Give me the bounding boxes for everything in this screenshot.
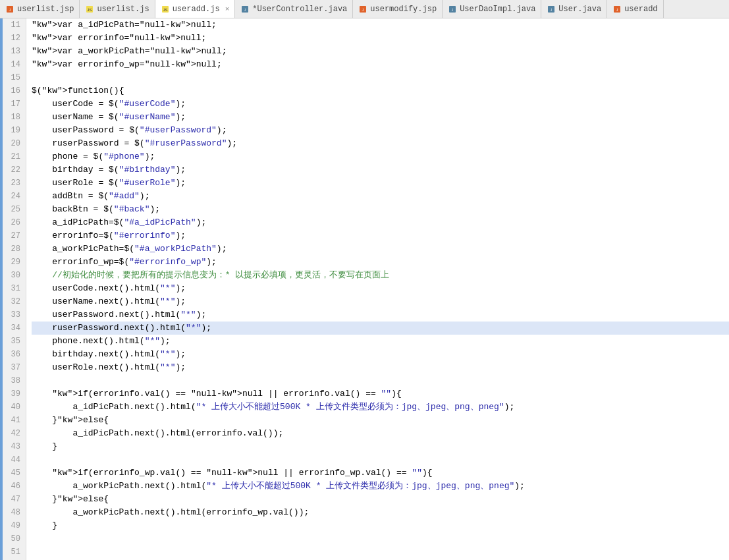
code-line-34: ruserPassword.next().html("*"); bbox=[32, 322, 729, 335]
code-line-51 bbox=[32, 546, 729, 559]
tab-usercontroller-java[interactable]: J*UserController.java bbox=[235, 0, 353, 18]
tab-label-useradd-js: useradd.js bbox=[173, 5, 220, 14]
tab-label-usermodify-jsp: usermodify.jsp bbox=[370, 5, 437, 14]
tab-label-userlist-jsp: userlist.jsp bbox=[17, 5, 74, 14]
code-line-20: ruserPassword = $("#ruserPassword"); bbox=[32, 137, 729, 150]
code-line-37: userRole.next().html("*"); bbox=[32, 361, 729, 374]
code-line-15 bbox=[32, 71, 729, 84]
line-num-16: 16 bbox=[8, 84, 20, 98]
svg-text:J: J bbox=[9, 8, 11, 12]
code-line-23: userRole = $("#userRole"); bbox=[32, 177, 729, 190]
jsp-icon: J bbox=[612, 5, 622, 14]
line-num-18: 18 bbox=[8, 111, 20, 124]
code-line-11: "kw">var a_idPicPath="null-kw">null; bbox=[32, 18, 729, 32]
tab-label-user-java: User.java bbox=[558, 5, 601, 14]
code-line-35: phone.next().html("*"); bbox=[32, 335, 729, 348]
line-num-36: 36 bbox=[8, 348, 20, 361]
line-num-17: 17 bbox=[8, 98, 20, 111]
code-line-26: a_idPicPath=$("#a_idPicPath"); bbox=[32, 216, 729, 229]
line-num-11: 11 bbox=[8, 18, 20, 32]
code-area: 1112131415161718192021222324252627282930… bbox=[0, 18, 729, 560]
line-num-14: 14 bbox=[8, 58, 20, 71]
svg-text:J: J bbox=[362, 8, 364, 12]
code-line-48: a_workPicPath.next().html(errorinfo_wp.v… bbox=[32, 506, 729, 519]
line-num-46: 46 bbox=[8, 480, 20, 493]
code-line-29: errorinfo_wp=$("#errorinfo_wp"); bbox=[32, 256, 729, 269]
svg-text:JS: JS bbox=[163, 8, 167, 12]
line-num-37: 37 bbox=[8, 361, 20, 374]
line-num-39: 39 bbox=[8, 387, 20, 401]
code-line-18: userName = $("#userName"); bbox=[32, 111, 729, 124]
tab-user-java[interactable]: JUser.java bbox=[541, 0, 607, 18]
code-line-31: userCode.next().html("*"); bbox=[32, 282, 729, 295]
line-num-34: 34 bbox=[8, 322, 20, 335]
code-line-43: } bbox=[32, 440, 729, 453]
code-line-32: userName.next().html("*"); bbox=[32, 295, 729, 308]
jsp-icon: J bbox=[358, 5, 367, 14]
tab-userlist-js[interactable]: JSuserlist.js bbox=[80, 0, 155, 18]
js-icon: JS bbox=[85, 5, 94, 14]
code-line-41: }"kw">else{ bbox=[32, 414, 729, 427]
code-line-22: birthday = $("#birthday"); bbox=[32, 163, 729, 177]
code-line-46: a_workPicPath.next().html("* 上传大小不能超过500… bbox=[32, 480, 729, 493]
line-num-32: 32 bbox=[8, 295, 20, 308]
tab-label-userlist-js: userlist.js bbox=[97, 5, 149, 14]
line-num-29: 29 bbox=[8, 256, 20, 269]
svg-text:J: J bbox=[616, 8, 618, 12]
line-num-48: 48 bbox=[8, 506, 20, 519]
svg-text:JS: JS bbox=[88, 8, 92, 12]
line-num-44: 44 bbox=[8, 453, 20, 466]
line-num-42: 42 bbox=[8, 427, 20, 440]
java-icon: J bbox=[547, 5, 556, 14]
code-line-24: addBtn = $("#add"); bbox=[32, 190, 729, 203]
java-icon: J bbox=[448, 5, 457, 14]
code-line-21: phone = $("#phone"); bbox=[32, 150, 729, 163]
tab-userdaoimpl-java[interactable]: JUserDaoImpl.java bbox=[443, 0, 541, 18]
line-num-47: 47 bbox=[8, 493, 20, 506]
code-line-25: backBtn = $("#back"); bbox=[32, 203, 729, 216]
tab-label-usercontroller-java: *UserController.java bbox=[252, 5, 347, 14]
line-num-41: 41 bbox=[8, 414, 20, 427]
line-num-21: 21 bbox=[8, 150, 20, 163]
code-line-14: "kw">var errorinfo_wp="null-kw">null; bbox=[32, 58, 729, 71]
code-line-19: userPassword = $("#userPassword"); bbox=[32, 124, 729, 137]
editor-container: Juserlist.jspJSuserlist.jsJSuseradd.js×J… bbox=[0, 0, 729, 560]
code-line-12: "kw">var errorinfo="null-kw">null; bbox=[32, 32, 729, 45]
line-num-28: 28 bbox=[8, 242, 20, 256]
line-num-19: 19 bbox=[8, 124, 20, 137]
line-num-40: 40 bbox=[8, 401, 20, 414]
tab-label-userdaoimpl-java: UserDaoImpl.java bbox=[460, 5, 535, 14]
code-content[interactable]: "kw">var a_idPicPath="null-kw">null;"kw"… bbox=[26, 18, 729, 560]
code-line-28: a_workPicPath=$("#a_workPicPath"); bbox=[32, 242, 729, 256]
line-num-50: 50 bbox=[8, 532, 20, 546]
line-num-38: 38 bbox=[8, 374, 20, 387]
line-num-49: 49 bbox=[8, 519, 20, 532]
code-line-17: userCode = $("#userCode"); bbox=[32, 98, 729, 111]
line-num-23: 23 bbox=[8, 177, 20, 190]
tab-bar: Juserlist.jspJSuserlist.jsJSuseradd.js×J… bbox=[0, 0, 729, 18]
js-icon: JS bbox=[161, 5, 170, 14]
code-line-30: //初始化的时候，要把所有的提示信息变为：* 以提示必填项，更灵活，不要写在页面… bbox=[32, 269, 729, 282]
tab-useradd-more[interactable]: Juseradd bbox=[607, 0, 663, 18]
tab-close-useradd-js[interactable]: × bbox=[225, 5, 230, 13]
java-icon: J bbox=[240, 5, 250, 14]
tab-usermodify-jsp[interactable]: Jusermodify.jsp bbox=[353, 0, 443, 18]
line-num-15: 15 bbox=[8, 71, 20, 84]
code-line-44 bbox=[32, 453, 729, 466]
code-line-39: "kw">if(errorinfo.val() == "null-kw">nul… bbox=[32, 387, 729, 401]
line-num-43: 43 bbox=[8, 440, 20, 453]
code-line-27: errorinfo=$("#errorinfo"); bbox=[32, 229, 729, 242]
line-num-31: 31 bbox=[8, 282, 20, 295]
line-num-33: 33 bbox=[8, 308, 20, 322]
line-num-24: 24 bbox=[8, 190, 20, 203]
tab-useradd-js[interactable]: JSuseradd.js× bbox=[155, 0, 236, 18]
code-line-50 bbox=[32, 532, 729, 546]
jsp-icon: J bbox=[5, 5, 14, 14]
line-num-25: 25 bbox=[8, 203, 20, 216]
line-num-26: 26 bbox=[8, 216, 20, 229]
code-line-16: $("kw">function(){ bbox=[32, 84, 729, 98]
line-num-30: 30 bbox=[8, 269, 20, 282]
code-line-49: } bbox=[32, 519, 729, 532]
code-line-42: a_idPicPath.next().html(errorinfo.val())… bbox=[32, 427, 729, 440]
tab-userlist-jsp[interactable]: Juserlist.jsp bbox=[0, 0, 80, 18]
